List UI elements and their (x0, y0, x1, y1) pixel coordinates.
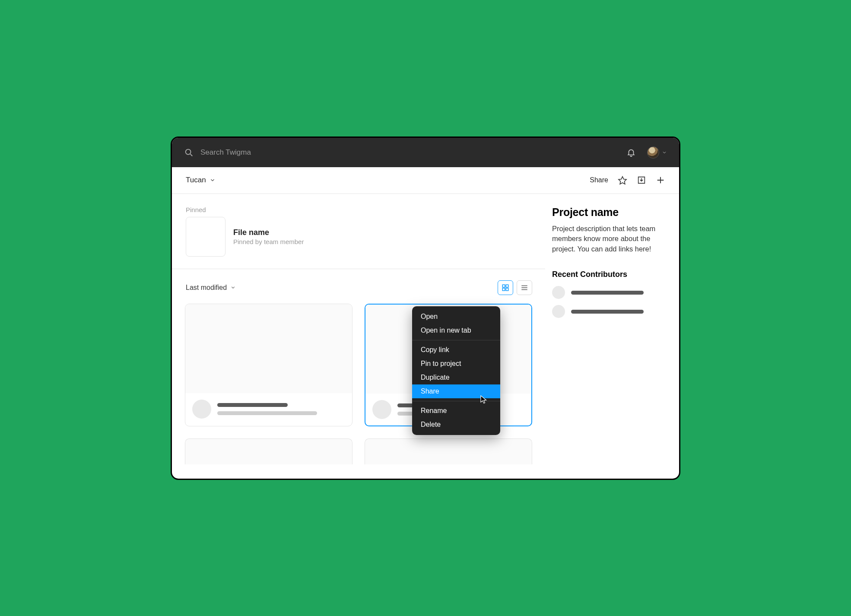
file-card[interactable] (185, 304, 352, 426)
avatar (647, 146, 659, 159)
pinned-meta: File name Pinned by team member (233, 228, 304, 245)
sort-label: Last modified (186, 284, 227, 292)
project-title: Project name (552, 206, 666, 219)
menu-rename[interactable]: Rename (412, 404, 500, 418)
file-owner-avatar (372, 400, 391, 419)
topbar-right (626, 146, 667, 159)
file-thumbnail (185, 304, 352, 393)
top-bar (172, 138, 679, 167)
file-card-footer (185, 393, 352, 425)
pinned-thumbnail (186, 217, 225, 257)
contributor-row[interactable] (552, 305, 666, 318)
subheader-actions: Share (590, 175, 665, 185)
menu-delete[interactable]: Delete (412, 418, 500, 432)
svg-rect-8 (506, 288, 508, 291)
contributor-name-placeholder (571, 310, 644, 314)
search-wrap (184, 148, 619, 157)
import-icon[interactable] (637, 175, 646, 185)
file-card[interactable] (365, 438, 532, 464)
pinned-label: Pinned (186, 206, 545, 213)
project-description: Project description that lets team membe… (552, 224, 666, 255)
menu-open-new-tab[interactable]: Open in new tab (412, 324, 500, 337)
side-panel: Project name Project description that le… (545, 194, 679, 479)
contributor-avatar (552, 286, 565, 299)
svg-marker-2 (619, 177, 626, 184)
app-window: Tucan Share (171, 137, 680, 480)
grid-view-button[interactable] (498, 280, 513, 295)
menu-share[interactable]: Share (412, 384, 500, 398)
avatar-menu[interactable] (647, 146, 667, 159)
chevron-down-icon (230, 285, 236, 290)
workspace-switcher[interactable]: Tucan (186, 176, 216, 184)
file-subtitle-placeholder (217, 411, 317, 415)
list-view-button[interactable] (517, 280, 532, 295)
search-input[interactable] (200, 148, 373, 157)
pinned-item[interactable]: File name Pinned by team member (186, 217, 545, 257)
bell-icon[interactable] (626, 148, 636, 157)
menu-copy-link[interactable]: Copy link (412, 343, 500, 357)
svg-line-1 (191, 154, 193, 156)
file-card[interactable] (185, 438, 352, 464)
menu-separator (412, 401, 500, 401)
chevron-down-icon (210, 177, 216, 183)
contributor-row[interactable] (552, 286, 666, 299)
search-icon (184, 148, 194, 157)
contributor-name-placeholder (571, 291, 644, 295)
svg-rect-7 (502, 288, 505, 291)
pinned-by: Pinned by team member (233, 238, 304, 245)
context-menu: Open Open in new tab Copy link Pin to pr… (412, 306, 500, 435)
menu-pin[interactable]: Pin to project (412, 357, 500, 371)
file-owner-avatar (192, 400, 211, 419)
svg-rect-5 (502, 285, 505, 287)
workspace-name: Tucan (186, 176, 206, 184)
view-toggle (498, 280, 532, 295)
recent-contributors-title: Recent Contributors (552, 270, 666, 279)
menu-open[interactable]: Open (412, 310, 500, 324)
svg-rect-6 (506, 285, 508, 287)
file-title-placeholder (217, 403, 288, 407)
sort-dropdown[interactable]: Last modified (186, 284, 236, 292)
pinned-file-name: File name (233, 228, 304, 237)
svg-point-0 (186, 149, 191, 154)
star-icon[interactable] (618, 175, 627, 185)
chevron-down-icon (662, 150, 667, 155)
sub-header: Tucan Share (172, 167, 679, 194)
menu-duplicate[interactable]: Duplicate (412, 371, 500, 384)
menu-separator (412, 340, 500, 340)
plus-icon[interactable] (656, 175, 665, 185)
contributor-avatar (552, 305, 565, 318)
toolbar-row: Last modified (172, 269, 545, 304)
share-button[interactable]: Share (590, 176, 608, 184)
